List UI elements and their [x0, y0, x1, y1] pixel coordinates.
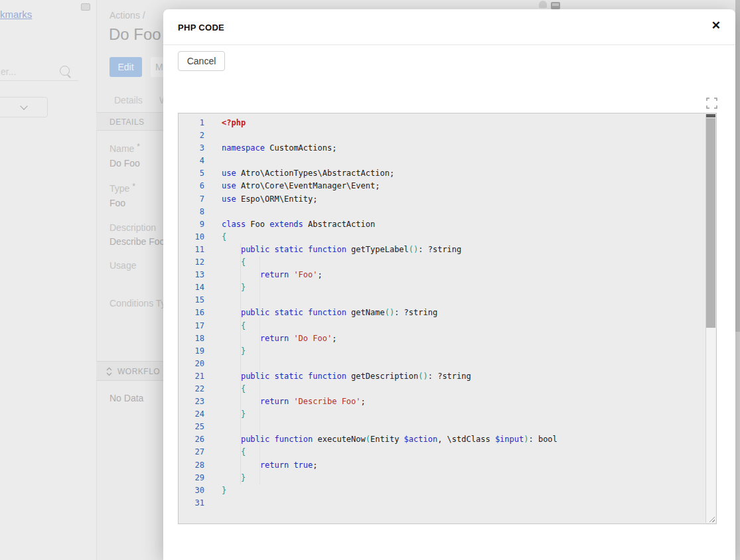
queue-icon[interactable]: [551, 2, 560, 9]
required-asterisk: *: [137, 142, 140, 151]
modal-header: PHP CODE ✕: [163, 9, 735, 45]
tab-details[interactable]: Details: [114, 95, 143, 105]
field-value-name: Do Foo: [110, 158, 140, 169]
php-code-modal: PHP CODE ✕ Cancel 1234567891011121314151…: [163, 9, 735, 560]
field-label-type: Type*: [110, 183, 135, 194]
collapse-expand-icon: [106, 367, 113, 376]
sidebar-dropdown[interactable]: [0, 97, 48, 117]
edit-button[interactable]: Edit: [110, 57, 142, 77]
code-editor[interactable]: 1234567891011121314151617181920212223242…: [178, 113, 717, 524]
field-label-name: Name*: [110, 143, 140, 154]
breadcrumb[interactable]: Actions /: [110, 10, 145, 21]
editor-scrollbar[interactable]: [705, 114, 715, 523]
editor-scrollbar-thumb[interactable]: [706, 118, 715, 328]
field-label-usage: Usage: [110, 260, 136, 271]
workflow-no-data: No Data: [110, 393, 143, 403]
modal-title: PHP CODE: [178, 23, 224, 33]
app-root: kmarks er... Actions / Do Foo Edit Mo De…: [0, 0, 740, 560]
sidebar: [0, 0, 97, 560]
collapse-sidebar-icon[interactable]: [81, 3, 90, 11]
page-title: Do Foo: [109, 25, 161, 44]
close-icon[interactable]: ✕: [711, 20, 721, 31]
field-value-description: Describe Foo: [110, 236, 165, 247]
editor-code[interactable]: <?phpnamespace CustomActions;use Atro\Ac…: [222, 117, 705, 510]
editor-scrollbar-top: [706, 114, 715, 117]
workflow-panel-header[interactable]: WORKFLO: [96, 361, 169, 381]
notification-bell-icon[interactable]: [539, 1, 547, 8]
required-asterisk: *: [132, 182, 135, 191]
details-panel-header: DETAILS: [96, 112, 169, 131]
chevron-down-icon: [20, 102, 27, 109]
page-scrollbar-thumb[interactable]: [735, 0, 740, 332]
field-label-conditions-type: Conditions Ty: [110, 298, 166, 309]
search-underline: [0, 80, 78, 81]
field-label-description: Description: [110, 222, 156, 233]
bookmarks-link[interactable]: kmarks: [0, 9, 32, 20]
editor-gutter: 1234567891011121314151617181920212223242…: [179, 117, 222, 510]
search-input[interactable]: er...: [1, 66, 16, 77]
fullscreen-icon[interactable]: [706, 98, 717, 109]
field-value-type: Foo: [110, 198, 125, 208]
page-scrollbar[interactable]: [735, 0, 740, 560]
cancel-button[interactable]: Cancel: [178, 51, 225, 71]
